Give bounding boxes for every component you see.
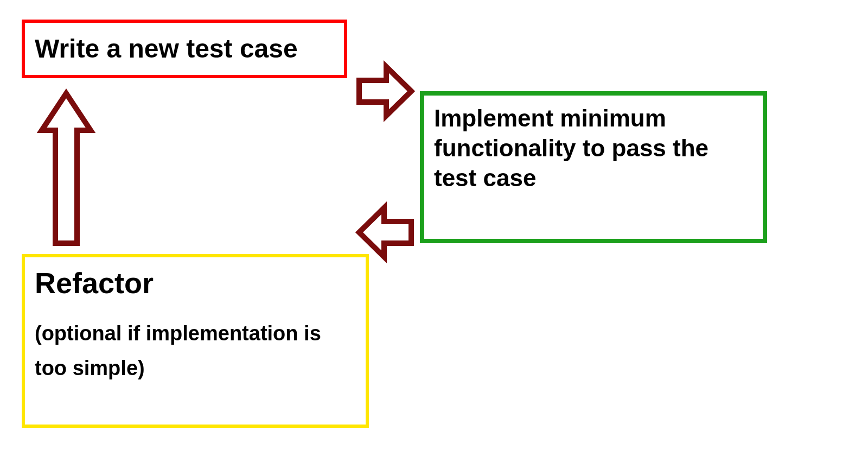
arrow-left-icon <box>353 200 418 265</box>
box-refactor-title: Refactor <box>35 265 356 302</box>
arrow-up-icon <box>34 87 99 250</box>
tdd-cycle-diagram: Write a new test case Implement minimum … <box>0 0 868 456</box>
arrow-right-icon <box>353 59 418 124</box>
box-refactor-sub: (optional if implementation is too simpl… <box>35 316 356 386</box>
box-refactor: Refactor (optional if implementation is … <box>22 254 369 428</box>
box-write-test: Write a new test case <box>22 20 347 78</box>
box-implement-label: Implement minimum functionality to pass … <box>434 105 709 191</box>
box-write-test-label: Write a new test case <box>35 33 298 65</box>
box-implement: Implement minimum functionality to pass … <box>420 91 767 243</box>
